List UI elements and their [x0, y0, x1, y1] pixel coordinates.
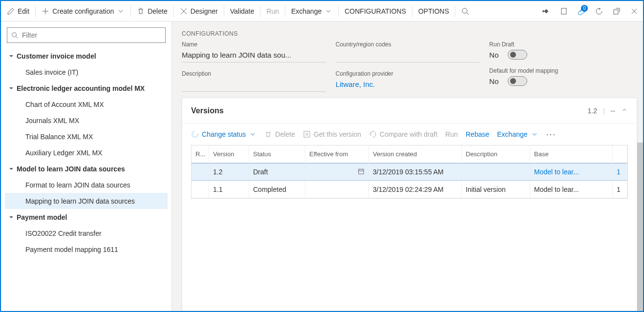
cell-description: Initial version — [462, 181, 530, 198]
cell-base[interactable]: Model to lear... — [530, 163, 613, 181]
designer-button[interactable]: Designer — [174, 1, 224, 21]
cell-description — [462, 163, 530, 181]
tree-node-payment-mapping-1611[interactable]: Payment model mapping 1611 — [5, 241, 168, 257]
run-draft-toggle[interactable] — [508, 50, 527, 60]
tree-label: Chart of Account XML MX — [25, 101, 104, 108]
col-status[interactable]: Status — [249, 146, 305, 163]
change-status-button[interactable]: Change status — [191, 130, 257, 138]
cell-num: 1 — [613, 181, 627, 198]
options-tab[interactable]: OPTIONS — [412, 1, 455, 21]
tree-node-payment-model[interactable]: Payment model — [5, 209, 168, 225]
delete-button[interactable]: Delete — [131, 1, 173, 21]
separator: | — [603, 107, 605, 115]
filter-input[interactable] — [21, 31, 161, 40]
col-num[interactable] — [613, 146, 627, 163]
table-row[interactable]: 1.2 Draft 3/12/2019 03:15:55 AM Model to… — [192, 163, 627, 181]
country-value[interactable] — [336, 50, 480, 62]
cell-effective[interactable] — [305, 163, 369, 181]
col-created[interactable]: Version created — [369, 146, 462, 163]
left-panel: Customer invoice model Sales invoice (IT… — [1, 21, 172, 311]
tree-node-journals[interactable]: Journals XML MX — [5, 112, 168, 128]
detail-grid: Name Mapping to learn JOIN data sou... D… — [172, 41, 643, 98]
filter-box[interactable] — [7, 27, 166, 43]
exchange-button[interactable]: Exchange — [285, 1, 338, 21]
diamond-icon — [542, 7, 550, 15]
field-provider: Configuration provider Litware, Inc. — [336, 70, 480, 92]
toggle-knob — [510, 78, 516, 84]
configurations-label: CONFIGURATIONS — [344, 7, 406, 15]
detail-col-2: Country/region codes Configuration provi… — [336, 41, 480, 92]
refresh-button[interactable] — [590, 1, 608, 21]
plus-icon — [42, 7, 49, 15]
options-label: OPTIONS — [418, 7, 449, 15]
tree-node-electronic-ledger-mx[interactable]: Electronic ledger accounting model MX — [5, 80, 168, 96]
detail-col-3: Run Draft No Default for model mapping N… — [489, 41, 633, 92]
rebase-button[interactable]: Rebase — [466, 130, 489, 138]
cell-created: 3/12/2019 02:24:29 AM — [369, 181, 462, 198]
versions-exchange-button[interactable]: Exchange — [497, 130, 538, 138]
tree-node-trial-balance[interactable]: Trial Balance XML MX — [5, 128, 168, 145]
search-icon — [11, 32, 18, 39]
configurations-tab[interactable]: CONFIGURATIONS — [339, 1, 412, 21]
col-r[interactable]: R... — [192, 146, 209, 163]
more-button[interactable]: ··· — [546, 129, 557, 140]
tree-node-auxiliary-ledger[interactable]: Auxiliary Ledger XML MX — [5, 145, 168, 161]
tree-node-format-join[interactable]: Format to learn JOIN data sources — [5, 177, 168, 193]
col-effective[interactable]: Effective from — [305, 146, 369, 163]
tree-node-chart-of-account[interactable]: Chart of Account XML MX — [5, 96, 168, 112]
rebase-label: Rebase — [466, 130, 489, 138]
chevron-down-icon — [249, 130, 257, 138]
cell-effective — [305, 181, 369, 198]
name-value[interactable]: Mapping to learn JOIN data sou... — [182, 50, 326, 62]
office-button[interactable] — [555, 1, 573, 21]
svg-point-0 — [462, 8, 467, 13]
popout-button[interactable] — [608, 1, 625, 21]
tree-label: Payment model mapping 1611 — [25, 246, 118, 253]
calendar-icon[interactable] — [358, 168, 365, 176]
cell-status: Completed — [249, 181, 305, 198]
scrollbar[interactable] — [637, 143, 643, 312]
toggle-value: No — [489, 77, 498, 85]
table-row[interactable]: 1.1 Completed 3/12/2019 02:24:29 AM Init… — [192, 181, 627, 198]
col-version[interactable]: Version — [209, 146, 249, 163]
default-mapping-toggle[interactable] — [508, 76, 527, 86]
pencil-icon — [7, 7, 15, 15]
edit-button[interactable]: Edit — [1, 1, 35, 21]
section-title: CONFIGURATIONS — [172, 21, 643, 41]
field-name: Name Mapping to learn JOIN data sou... — [182, 41, 326, 62]
field-label: Country/region codes — [336, 41, 480, 48]
tree-node-customer-invoice-model[interactable]: Customer invoice model — [5, 48, 168, 64]
versions-header: Versions 1.2 | -- — [182, 98, 637, 124]
refresh-icon — [595, 7, 603, 15]
collapse-button[interactable] — [621, 106, 628, 115]
trash-icon — [137, 7, 145, 15]
tree-label: Format to learn JOIN data sources — [25, 181, 130, 189]
versions-run-label: Run — [445, 130, 458, 138]
tree-node-mapping-join[interactable]: Mapping to learn JOIN data sources — [5, 193, 168, 209]
description-value[interactable] — [182, 79, 326, 92]
close-button[interactable] — [625, 1, 643, 21]
cell-r — [192, 181, 209, 198]
cell-num: 1 — [613, 163, 627, 181]
tree-node-iso20022[interactable]: ISO20022 Credit transfer — [5, 225, 168, 241]
attachments-button[interactable]: 0 — [573, 1, 590, 21]
paperclip-icon: 0 — [578, 7, 585, 15]
field-description: Description — [182, 70, 326, 92]
tree-node-sales-invoice-it[interactable]: Sales invoice (IT) — [5, 64, 168, 80]
create-configuration-button[interactable]: Create configuration — [36, 1, 130, 21]
field-label: Default for model mapping — [489, 67, 633, 74]
svg-rect-1 — [561, 8, 566, 14]
caret-down-icon — [9, 84, 15, 92]
validate-button[interactable]: Validate — [224, 1, 260, 21]
diamond-button[interactable] — [537, 1, 555, 21]
tree-node-model-join[interactable]: Model to learn JOIN data sources — [5, 161, 168, 177]
col-description[interactable]: Description — [462, 146, 530, 163]
provider-value[interactable]: Litware, Inc. — [336, 79, 480, 92]
search-icon — [461, 7, 469, 15]
col-base[interactable]: Base — [530, 146, 613, 163]
popout-icon — [613, 7, 621, 15]
search-button[interactable] — [455, 1, 475, 21]
toggle-knob — [510, 52, 516, 58]
filter-row — [5, 27, 168, 43]
field-country: Country/region codes — [336, 41, 480, 62]
